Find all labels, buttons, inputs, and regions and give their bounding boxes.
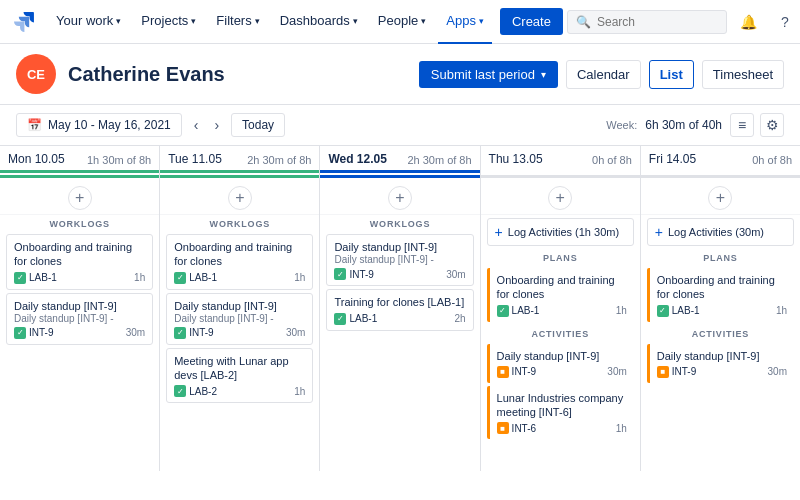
prev-period-button[interactable]: ‹ — [190, 115, 203, 135]
check-icon: ✓ — [334, 313, 346, 325]
card-time: 1h — [134, 272, 145, 283]
card-time: 1h — [294, 386, 305, 397]
worklog-card[interactable]: Daily standup [INT-9]Daily standup [INT-… — [6, 293, 153, 345]
day-header-mon: Mon 10.051h 30m of 8h — [0, 146, 159, 173]
day-column-mon: Mon 10.051h 30m of 8h+WORKLOGSOnboarding… — [0, 146, 160, 471]
add-worklog-button[interactable]: + — [228, 186, 252, 210]
next-period-button[interactable]: › — [210, 115, 223, 135]
nav-apps[interactable]: Apps ▾ — [438, 0, 492, 44]
nav-dashboards[interactable]: Dashboards ▾ — [272, 0, 366, 44]
card-footer: ✓LAB-21h — [174, 385, 305, 397]
card-time: 2h — [454, 313, 465, 324]
card-title: Daily standup [INT-9] — [334, 240, 465, 254]
section-label-activities: ACTIVITIES — [481, 325, 640, 341]
add-worklog-button[interactable]: + — [548, 186, 572, 210]
search-box[interactable]: 🔍 — [567, 10, 727, 34]
tag-label: LAB-1 — [29, 272, 57, 283]
card-time: 1h — [776, 305, 787, 316]
nav-your-work[interactable]: Your work ▾ — [48, 0, 129, 44]
nav-projects[interactable]: Projects ▾ — [133, 0, 204, 44]
add-worklog-button[interactable]: + — [68, 186, 92, 210]
nav-people[interactable]: People ▾ — [370, 0, 434, 44]
tag-label: LAB-2 — [189, 386, 217, 397]
card-time: 1h — [294, 272, 305, 283]
create-button[interactable]: Create — [500, 8, 563, 35]
week-summary: 6h 30m of 40h — [645, 118, 722, 132]
section-label-plans: PLANS — [641, 249, 800, 265]
tag-label: LAB-1 — [349, 313, 377, 324]
tag-label: LAB-1 — [189, 272, 217, 283]
worklog-card[interactable]: Daily standup [INT-9]■INT-930m — [487, 344, 634, 383]
card-time: 30m — [446, 269, 465, 280]
card-tag: ✓INT-9 — [334, 268, 373, 280]
calendar-grid: Mon 10.051h 30m of 8h+WORKLOGSOnboarding… — [0, 146, 800, 471]
check-icon: ✓ — [14, 327, 26, 339]
worklog-card[interactable]: Onboarding and training for clones✓LAB-1… — [6, 234, 153, 290]
day-header-fri: Fri 14.050h of 8h — [641, 146, 800, 173]
tag-label: INT-9 — [29, 327, 53, 338]
worklog-card[interactable]: Onboarding and training for clones✓LAB-1… — [647, 268, 794, 322]
day-title: Mon 10.05 — [8, 152, 65, 166]
help-icon[interactable]: ? — [771, 8, 799, 36]
log-activity-button[interactable]: +Log Activities (1h 30m) — [487, 218, 634, 246]
day-header-tue: Tue 11.052h 30m of 8h — [160, 146, 319, 173]
section-label-worklogs: WORKLOGS — [160, 215, 319, 231]
day-hours: 0h of 8h — [592, 154, 632, 166]
day-hours: 1h 30m of 8h — [87, 154, 151, 166]
activity-icon: ■ — [657, 366, 669, 378]
add-worklog-row: + — [481, 182, 640, 215]
card-title: Lunar Industries company meeting [INT-6] — [497, 391, 627, 420]
search-input[interactable] — [597, 15, 718, 29]
card-footer: ■INT-61h — [497, 422, 627, 434]
card-footer: ✓LAB-11h — [174, 272, 305, 284]
add-worklog-button[interactable]: + — [388, 186, 412, 210]
nav-filters[interactable]: Filters ▾ — [208, 0, 267, 44]
card-tag: ✓LAB-1 — [14, 272, 57, 284]
worklog-card[interactable]: Onboarding and training for clones✓LAB-1… — [166, 234, 313, 290]
worklog-card[interactable]: Training for clones [LAB-1]✓LAB-12h — [326, 289, 473, 330]
settings-icon[interactable]: ⚙ — [760, 113, 784, 137]
day-column-thu: Thu 13.050h of 8h++Log Activities (1h 30… — [481, 146, 641, 471]
filter-icon[interactable]: ≡ — [730, 113, 754, 137]
date-controls: 📅 May 10 - May 16, 2021 ‹ › Today Week: … — [0, 105, 800, 146]
plus-icon: + — [655, 224, 663, 240]
log-activity-button[interactable]: +Log Activities (30m) — [647, 218, 794, 246]
day-content: +WORKLOGSDaily standup [INT-9]Daily stan… — [320, 178, 479, 471]
search-icon: 🔍 — [576, 15, 591, 29]
card-tag: ✓LAB-1 — [334, 313, 377, 325]
add-worklog-row: + — [641, 182, 800, 215]
worklog-card[interactable]: Onboarding and training for clones✓LAB-1… — [487, 268, 634, 322]
day-title: Wed 12.05 — [328, 152, 386, 166]
nav-right: 🔍 🔔 ? ⚙ 👤 — [567, 8, 800, 36]
check-icon: ✓ — [174, 272, 186, 284]
day-content: +WORKLOGSOnboarding and training for clo… — [160, 178, 319, 471]
worklog-card[interactable]: Meeting with Lunar app devs [LAB-2]✓LAB-… — [166, 348, 313, 404]
day-column-fri: Fri 14.050h of 8h++Log Activities (30m)P… — [641, 146, 800, 471]
timesheet-view-button[interactable]: Timesheet — [702, 60, 784, 89]
filter-icons: ≡ ⚙ — [730, 113, 784, 137]
logo[interactable] — [12, 10, 36, 34]
worklog-card[interactable]: Daily standup [INT-9]■INT-930m — [647, 344, 794, 383]
list-view-button[interactable]: List — [649, 60, 694, 89]
card-tag: ✓INT-9 — [174, 327, 213, 339]
calendar-view-button[interactable]: Calendar — [566, 60, 641, 89]
notifications-icon[interactable]: 🔔 — [735, 8, 763, 36]
tag-label: LAB-1 — [512, 305, 540, 316]
date-range-button[interactable]: 📅 May 10 - May 16, 2021 — [16, 113, 182, 137]
add-worklog-button[interactable]: + — [708, 186, 732, 210]
check-icon: ✓ — [14, 272, 26, 284]
card-footer: ✓INT-930m — [174, 327, 305, 339]
submit-period-button[interactable]: Submit last period ▾ — [419, 61, 558, 88]
card-time: 30m — [126, 327, 145, 338]
worklog-card[interactable]: Lunar Industries company meeting [INT-6]… — [487, 386, 634, 440]
card-title: Daily standup [INT-9] — [14, 299, 145, 313]
worklog-card[interactable]: Daily standup [INT-9]Daily standup [INT-… — [326, 234, 473, 286]
day-content: ++Log Activities (30m)PLANSOnboarding an… — [641, 178, 800, 471]
worklog-card[interactable]: Daily standup [INT-9]Daily standup [INT-… — [166, 293, 313, 345]
calendar-icon: 📅 — [27, 118, 42, 132]
card-footer: ✓INT-930m — [14, 327, 145, 339]
plus-icon: + — [495, 224, 503, 240]
activity-icon: ■ — [497, 422, 509, 434]
user-avatar-large: CE — [16, 54, 56, 94]
today-button[interactable]: Today — [231, 113, 285, 137]
